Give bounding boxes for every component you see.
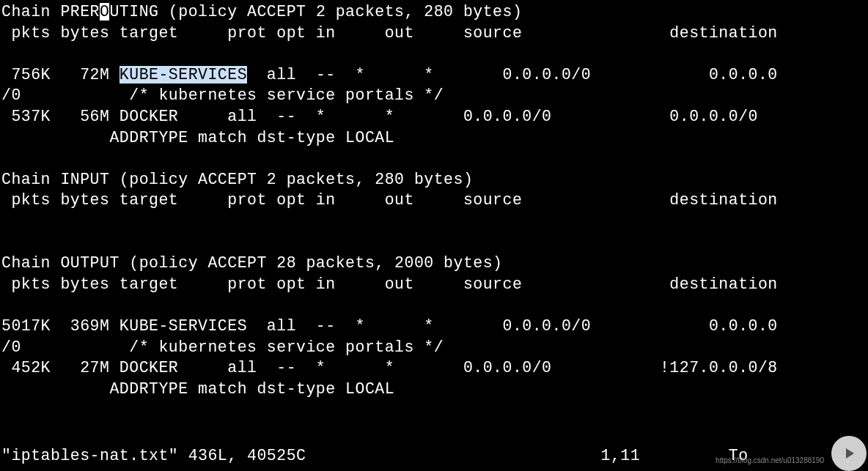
table-row: 452K 27M DOCKER all -- * * 0.0.0.0/0 !12… — [1, 357, 868, 379]
column-headers: pkts bytes target prot opt in out source… — [1, 23, 868, 44]
table-row: 537K 56M DOCKER all -- * * 0.0.0.0/0 0.0… — [1, 106, 868, 127]
watermark-text: https://blog.csdn.net/u013288190 — [716, 456, 824, 465]
table-row: ADDRTYPE match dst-type LOCAL — [1, 127, 868, 149]
table-row: 756K 72M KUBE-SERVICES all -- * * 0.0.0.… — [1, 64, 868, 86]
play-button[interactable] — [831, 436, 867, 471]
chain-header-input: Chain INPUT (policy ACCEPT 2 packets, 28… — [1, 169, 868, 190]
column-headers: pkts bytes target prot opt in out source… — [1, 190, 868, 211]
cursor: O — [100, 3, 109, 21]
table-row: /0 /* kubernetes service portals */ — [1, 337, 868, 358]
play-icon — [840, 445, 858, 462]
blank-line — [1, 294, 868, 316]
chain-header-output: Chain OUTPUT (policy ACCEPT 28 packets, … — [1, 253, 868, 274]
blank-line — [1, 43, 868, 64]
highlighted-target: KUBE-SERVICES — [119, 66, 247, 84]
table-row: /0 /* kubernetes service portals */ — [1, 85, 868, 106]
blank-line — [1, 148, 868, 169]
blank-line — [1, 211, 868, 232]
table-row: 5017K 369M KUBE-SERVICES all -- * * 0.0.… — [1, 316, 868, 337]
terminal-window[interactable]: Chain PREROUTING (policy ACCEPT 2 packet… — [0, 0, 868, 471]
chain-header-prerouting: Chain PREROUTING (policy ACCEPT 2 packet… — [1, 1, 868, 23]
column-headers: pkts bytes target prot opt in out source… — [1, 274, 868, 295]
blank-line — [1, 232, 868, 253]
table-row: ADDRTYPE match dst-type LOCAL — [1, 379, 868, 400]
